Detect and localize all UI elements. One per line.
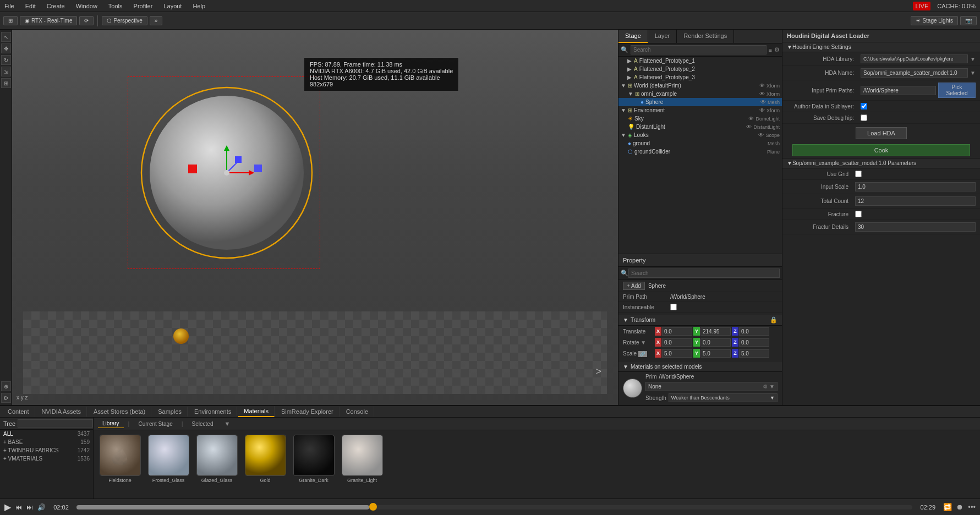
menu-create[interactable]: Create bbox=[45, 2, 67, 10]
camera-button[interactable]: 📷 bbox=[960, 16, 977, 25]
use-grid-checkbox[interactable] bbox=[855, 171, 862, 177]
more-button[interactable]: ••• bbox=[968, 503, 976, 511]
viewport[interactable]: FPS: 87.89, Frame time: 11.38 ms NVIDIA … bbox=[12, 30, 618, 405]
skip-forward-button[interactable]: ⏭ bbox=[26, 503, 33, 511]
pick-selected-button[interactable]: Pick Selected bbox=[938, 83, 976, 98]
total-count-input[interactable] bbox=[855, 196, 976, 206]
fractur-details-input[interactable] bbox=[855, 222, 976, 232]
cat-all[interactable]: ALL 3437 bbox=[0, 430, 93, 438]
tree-item-distantlight[interactable]: 💡 DistantLight 👁 DistantLight bbox=[618, 123, 782, 131]
tab-console[interactable]: Console bbox=[341, 407, 374, 417]
hda-library-browse[interactable]: ▼ bbox=[970, 56, 976, 62]
rotate-z-input[interactable] bbox=[739, 338, 769, 347]
play-button[interactable]: ▶ bbox=[4, 502, 11, 512]
hda-library-input[interactable] bbox=[861, 54, 968, 63]
add-button[interactable]: + Add bbox=[623, 282, 645, 290]
timeline-thumb[interactable] bbox=[369, 503, 377, 511]
input-scale-input[interactable] bbox=[855, 182, 976, 191]
menu-edit[interactable]: Edit bbox=[23, 2, 38, 10]
expand-button[interactable]: » bbox=[150, 16, 163, 25]
transform-lock-icon[interactable]: 🔒 bbox=[770, 316, 778, 324]
hda-params-header[interactable]: ▼ Sop/omni_example_scatter_model:1.0 Par… bbox=[782, 158, 980, 168]
zoom-tool[interactable]: ⊕ bbox=[1, 381, 11, 391]
transform-tool[interactable]: ⊞ bbox=[1, 78, 11, 88]
tab-simready[interactable]: SimReady Explorer bbox=[276, 407, 340, 417]
cat-base[interactable]: + BASE 159 bbox=[0, 438, 93, 446]
material-dropdown[interactable]: None ⚙ ▼ bbox=[645, 382, 778, 391]
author-data-checkbox[interactable] bbox=[861, 103, 867, 109]
scale-tool[interactable]: ⇲ bbox=[1, 67, 11, 76]
mat-card-granite-light[interactable]: Granite_Light bbox=[340, 435, 384, 491]
move-tool[interactable]: ✥ bbox=[1, 43, 11, 53]
menu-tools[interactable]: Tools bbox=[106, 2, 125, 10]
snap-button[interactable]: ⊞ bbox=[3, 16, 18, 25]
tab-materials[interactable]: Materials bbox=[238, 406, 275, 417]
menu-file[interactable]: File bbox=[2, 2, 17, 10]
record-button[interactable]: ⏺ bbox=[956, 503, 963, 511]
tree-item-world[interactable]: ▼ ⊞ World (defaultPrim) 👁 Xform bbox=[618, 81, 782, 90]
scale-z-input[interactable] bbox=[739, 349, 769, 358]
tree-item-sky[interactable]: ☀ Sky 👁 DomeLight bbox=[618, 114, 782, 123]
tab-nvidia-assets[interactable]: NVIDIA Assets bbox=[36, 407, 87, 417]
navigate-arrow[interactable]: > bbox=[595, 366, 601, 377]
tab-asset-stores[interactable]: Asset Stores (beta) bbox=[88, 407, 151, 417]
fracture-checkbox[interactable] bbox=[855, 211, 862, 217]
cat-twinbru[interactable]: + TWINBRU FABRICS 1742 bbox=[0, 446, 93, 454]
tab-layer[interactable]: Layer bbox=[648, 30, 677, 43]
select-tool[interactable]: ↖ bbox=[1, 32, 11, 42]
materials-on-models-header[interactable]: ▼ Materials on selected models bbox=[618, 362, 782, 372]
tree-item-ground[interactable]: ● ground Mesh bbox=[618, 139, 782, 147]
mat-card-fieldstone[interactable]: 🪨 Fieldstone bbox=[98, 435, 142, 491]
hda-settings-header[interactable]: ▼ Houdini Engine Settings bbox=[782, 42, 980, 52]
property-search-input[interactable] bbox=[628, 269, 780, 278]
scale-x-input[interactable] bbox=[662, 349, 692, 358]
translate-y-input[interactable] bbox=[700, 327, 731, 336]
cook-button[interactable]: Cook bbox=[792, 144, 970, 156]
rotate-tool[interactable]: ↻ bbox=[1, 55, 11, 65]
mat-card-gold[interactable]: Gold bbox=[243, 435, 287, 491]
rotate-x-input[interactable] bbox=[662, 338, 692, 347]
tab-content[interactable]: Content bbox=[2, 407, 35, 417]
menu-help[interactable]: Help bbox=[190, 2, 207, 10]
tree-search-input[interactable] bbox=[18, 419, 93, 428]
hda-name-input[interactable] bbox=[861, 68, 968, 78]
tab-render-settings[interactable]: Render Settings bbox=[677, 30, 734, 43]
mat-tab-selected[interactable]: Selected bbox=[188, 420, 218, 428]
cat-vmaterials[interactable]: + VMATERIALS 1536 bbox=[0, 454, 93, 463]
menu-window[interactable]: Window bbox=[74, 2, 100, 10]
load-hda-button[interactable]: Load HDA bbox=[856, 127, 907, 139]
strength-dropdown[interactable]: Weaker than Descendants ▼ bbox=[669, 393, 778, 402]
mat-card-frosted-glass[interactable]: Frosted_Glass bbox=[146, 435, 190, 491]
tree-item-looks[interactable]: ▼ ◈ Looks 👁 Scope bbox=[618, 131, 782, 139]
translate-x-input[interactable] bbox=[662, 327, 692, 336]
save-debug-checkbox[interactable] bbox=[861, 114, 867, 121]
tree-item-fp1[interactable]: ▶ A Flattened_Prototype_1 bbox=[618, 57, 782, 65]
filter-icon[interactable]: ≡ bbox=[769, 47, 772, 53]
tree-item-fp3[interactable]: ▶ A Flattened_Prototype_3 bbox=[618, 73, 782, 81]
mat-tab-library[interactable]: Library bbox=[98, 419, 124, 428]
timeline[interactable] bbox=[76, 505, 912, 509]
volume-button[interactable]: 🔊 bbox=[37, 503, 46, 511]
perspective-button[interactable]: ⬡ Perspective bbox=[102, 16, 147, 25]
mat-tab-current-stage[interactable]: Current Stage bbox=[134, 420, 177, 428]
stage-lights-button[interactable]: ☀ Stage Lights bbox=[911, 16, 958, 25]
transform-header[interactable]: ▼ Transform 🔒 bbox=[618, 315, 782, 326]
tree-item-omni[interactable]: ▼ ⊞ omni_example 👁 Xform bbox=[618, 90, 782, 98]
tree-item-fp2[interactable]: ▶ A Flattened_Prototype_2 bbox=[618, 65, 782, 73]
tab-stage[interactable]: Stage bbox=[618, 30, 648, 43]
instanceable-checkbox[interactable] bbox=[670, 304, 677, 310]
settings-tool[interactable]: ⚙ bbox=[1, 393, 11, 403]
rotate-y-input[interactable] bbox=[700, 338, 731, 347]
tree-item-groundcollider[interactable]: ⬡ groundCollider Plane bbox=[618, 147, 782, 156]
menu-profiler[interactable]: Profiler bbox=[132, 2, 155, 10]
settings-icon[interactable]: ⚙ bbox=[774, 46, 780, 53]
tree-item-env[interactable]: ▼ ⊞ Environment 👁 Xform bbox=[618, 106, 782, 114]
tree-item-sphere[interactable]: ● Sphere 👁 Mesh bbox=[618, 98, 782, 106]
mat-card-glazed-glass[interactable]: Glazed_Glass bbox=[195, 435, 239, 491]
input-prim-input[interactable] bbox=[861, 86, 936, 95]
menu-layout[interactable]: Layout bbox=[161, 2, 184, 10]
render-button[interactable]: ⟳ bbox=[79, 16, 94, 25]
skip-back-button[interactable]: ⏮ bbox=[15, 503, 22, 511]
mat-card-granite-dark[interactable]: Granite_Dark bbox=[292, 435, 336, 491]
rtx-button[interactable]: ◉ RTX - Real-Time bbox=[20, 16, 77, 25]
